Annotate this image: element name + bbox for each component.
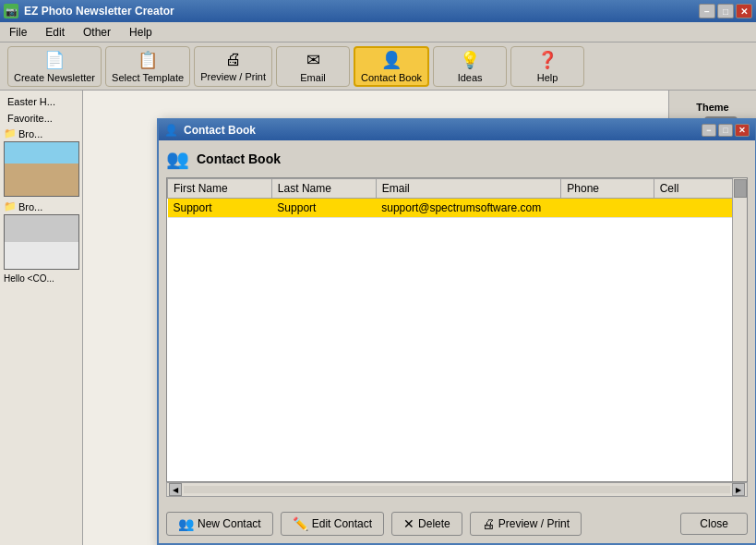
cell-first: Support — [168, 199, 272, 218]
contact-table-wrapper: First Name Last Name Email Phone Cell Su… — [166, 177, 748, 482]
app-icon: 📷 — [4, 4, 18, 18]
cell-email: support@spectrumsoftware.com — [376, 199, 561, 218]
menu-help[interactable]: Help — [124, 24, 158, 41]
col-header-email: Email — [376, 179, 561, 199]
contact-book-icon: 👤 — [381, 50, 402, 70]
h-scroll-right-btn[interactable]: ▶ — [732, 483, 745, 496]
edit-contact-icon: ✏️ — [293, 516, 308, 531]
edit-contact-button[interactable]: ✏️ Edit Contact — [281, 512, 384, 536]
toolbar-preview-print[interactable]: 🖨 Preview / Print — [194, 46, 272, 87]
toolbar-create-newsletter[interactable]: 📄 Create Newsletter — [7, 46, 102, 87]
toolbar-help[interactable]: ❓ Help — [510, 46, 584, 87]
new-contact-label: New Contact — [198, 517, 261, 530]
sidebar: Easter H... Favorite... 📁 Bro... 📁 Bro..… — [0, 91, 83, 545]
menu-file[interactable]: File — [4, 24, 32, 41]
menu-bar: File Edit Other Help — [0, 22, 756, 42]
folder-icon-1: 📁 — [4, 127, 17, 139]
close-btn[interactable]: ✕ — [736, 4, 752, 18]
toolbar-contact-book[interactable]: 👤 Contact Book — [354, 46, 429, 87]
modal-title-icon: 👤 — [164, 124, 178, 137]
menu-edit[interactable]: Edit — [40, 24, 70, 41]
sidebar-item-favorite[interactable]: Favorite... — [4, 111, 78, 126]
sidebar-folder-2[interactable]: 📁 Bro... — [4, 200, 78, 212]
main-area: Easter H... Favorite... 📁 Bro... 📁 Bro..… — [0, 91, 756, 545]
close-footer-label: Close — [700, 517, 728, 530]
modal-footer: 👥 New Contact ✏️ Edit Contact ✕ Delete — [159, 504, 755, 543]
modal-close-btn[interactable]: ✕ — [735, 124, 750, 137]
new-contact-icon: 👥 — [178, 516, 194, 531]
toolbar-preview-print-label: Preview / Print — [200, 71, 266, 82]
cell-phone — [561, 199, 654, 218]
app-window: 📷 EZ Photo Newsletter Creator − □ ✕ File… — [0, 0, 756, 545]
col-header-lastname: Last Name — [271, 179, 376, 199]
delete-icon: ✕ — [403, 516, 414, 531]
cell-last: Support — [271, 199, 376, 218]
theme-label: Theme — [696, 102, 728, 113]
col-header-firstname: First Name — [168, 179, 272, 199]
table-row[interactable]: SupportSupportsupport@spectrumsoftware.c… — [168, 199, 747, 218]
maximize-btn[interactable]: □ — [717, 4, 734, 18]
preview-print-footer-label: Preview / Print — [498, 517, 570, 530]
modal-minimize-btn[interactable]: − — [702, 124, 716, 137]
folder-label-1: Bro... — [18, 128, 42, 139]
sidebar-folder-1[interactable]: 📁 Bro... — [4, 127, 78, 139]
content-area: 👤 Contact Book − □ ✕ 👥 Contact Book — [83, 91, 668, 545]
select-template-icon: 📋 — [138, 50, 158, 70]
toolbar-email-label: Email — [300, 72, 326, 83]
preview-print-icon: 🖨 — [225, 50, 242, 69]
sidebar-item-easter[interactable]: Easter H... — [4, 94, 78, 109]
toolbar-ideas-label: Ideas — [458, 72, 483, 83]
contact-book-modal: 👤 Contact Book − □ ✕ 👥 Contact Book — [157, 118, 756, 545]
menu-other[interactable]: Other — [78, 24, 116, 41]
toolbar: 📄 Create Newsletter 📋 Select Template 🖨 … — [0, 42, 756, 91]
new-contact-button[interactable]: 👥 New Contact — [166, 512, 273, 536]
modal-title-bar: 👤 Contact Book − □ ✕ — [159, 120, 755, 140]
sidebar-footer-text: Hello <CO... — [4, 273, 78, 284]
minimize-btn[interactable]: − — [699, 4, 715, 18]
contact-table: First Name Last Name Email Phone Cell Su… — [167, 178, 747, 218]
modal-header-title: Contact Book — [197, 151, 281, 166]
modal-close-footer-button[interactable]: Close — [680, 513, 748, 535]
preview-print-button[interactable]: 🖨 Preview / Print — [470, 512, 582, 536]
toolbar-select-template-label: Select Template — [112, 72, 184, 83]
window-controls: − □ ✕ — [699, 4, 752, 18]
create-newsletter-icon: 📄 — [44, 50, 65, 70]
modal-overlay: 👤 Contact Book − □ ✕ 👥 Contact Book — [83, 91, 668, 545]
sidebar-thumb-1 — [4, 141, 79, 197]
title-bar: 📷 EZ Photo Newsletter Creator − □ ✕ — [0, 0, 756, 22]
modal-content: 👥 Contact Book First Name Last Name — [159, 140, 755, 504]
delete-label: Delete — [418, 517, 450, 530]
delete-button[interactable]: ✕ Delete — [391, 512, 462, 536]
modal-header-icon: 👥 — [166, 148, 189, 170]
help-icon: ❓ — [537, 50, 558, 70]
modal-title-text: Contact Book — [184, 124, 702, 137]
toolbar-contact-book-label: Contact Book — [361, 72, 422, 83]
app-title: EZ Photo Newsletter Creator — [24, 5, 699, 18]
ideas-icon: 💡 — [460, 50, 480, 70]
toolbar-email[interactable]: ✉ Email — [276, 46, 350, 87]
email-icon: ✉ — [306, 50, 320, 70]
toolbar-ideas[interactable]: 💡 Ideas — [433, 46, 507, 87]
toolbar-help-label: Help — [537, 72, 558, 83]
folder-label-2: Bro... — [18, 201, 42, 212]
modal-header: 👥 Contact Book — [166, 148, 748, 170]
sidebar-thumb-2 — [4, 214, 79, 270]
preview-print-footer-icon: 🖨 — [482, 516, 495, 531]
edit-contact-label: Edit Contact — [312, 517, 372, 530]
modal-maximize-btn[interactable]: □ — [718, 124, 733, 137]
folder-icon-2: 📁 — [4, 200, 17, 212]
modal-controls: − □ ✕ — [702, 124, 750, 137]
vertical-scrollbar[interactable] — [732, 178, 747, 481]
scrollbar-thumb — [734, 179, 747, 198]
h-scroll-track — [184, 486, 730, 493]
horizontal-scrollbar[interactable]: ◀ ▶ — [166, 482, 748, 497]
toolbar-select-template[interactable]: 📋 Select Template — [105, 46, 190, 87]
toolbar-create-newsletter-label: Create Newsletter — [14, 72, 95, 83]
col-header-phone: Phone — [561, 179, 654, 199]
h-scroll-left-btn[interactable]: ◀ — [169, 483, 182, 496]
